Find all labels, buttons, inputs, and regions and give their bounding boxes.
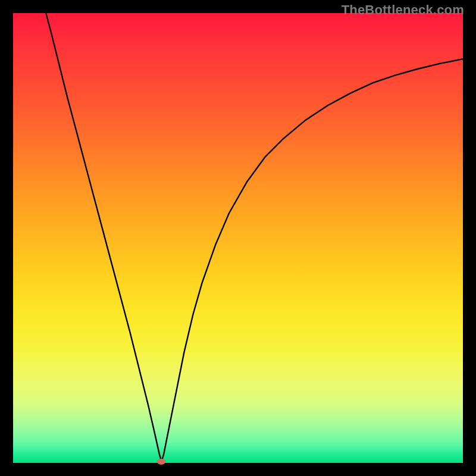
bottleneck-curve	[13, 13, 463, 463]
curve-left-branch	[46, 13, 161, 462]
minimum-marker	[157, 459, 165, 465]
watermark-text: TheBottleneck.com	[342, 2, 464, 18]
chart-frame: TheBottleneck.com	[0, 0, 476, 476]
plot-area	[13, 13, 463, 463]
curve-right-branch	[161, 59, 463, 462]
